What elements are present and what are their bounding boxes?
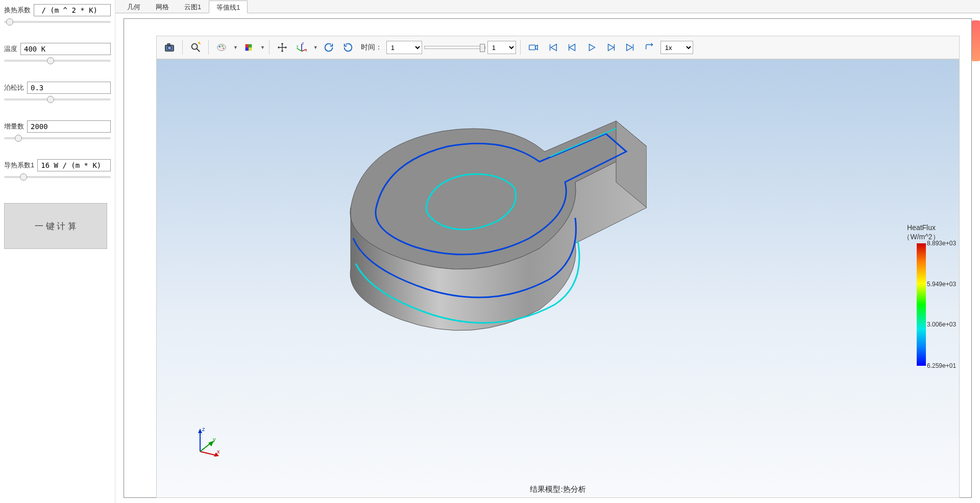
svg-text:x: x (305, 48, 307, 52)
move-icon[interactable] (274, 39, 291, 56)
legend-tick: 5.949e+03 (927, 281, 956, 288)
tab-3[interactable]: 等值线1 (209, 1, 248, 13)
skip-back-icon[interactable] (544, 39, 561, 56)
dropdown-arrow-icon[interactable]: ▼ (313, 45, 318, 50)
svg-line-31 (200, 451, 217, 456)
svg-line-4 (197, 49, 200, 52)
tab-2[interactable]: 云图1 (177, 0, 209, 13)
param-row: 导热系数1 (4, 159, 111, 181)
zoom-icon[interactable] (187, 39, 204, 56)
loop-icon[interactable] (641, 39, 658, 56)
svg-text:z: z (302, 42, 304, 45)
time-select[interactable]: 1 (386, 41, 422, 54)
step-forward-icon[interactable] (602, 39, 620, 56)
param-row: 温度 (4, 43, 111, 64)
speed-select[interactable]: 1x (660, 41, 693, 54)
legend-tick: 3.006e+03 (927, 321, 956, 328)
rotate-ccw-icon[interactable] (339, 39, 357, 56)
svg-rect-10 (249, 44, 252, 47)
model-caption: 结果模型:热分析 (157, 485, 959, 494)
dropdown-arrow-icon[interactable]: ▼ (233, 45, 238, 50)
svg-marker-30 (198, 429, 202, 433)
svg-point-3 (192, 44, 198, 49)
svg-point-5 (217, 44, 226, 51)
param-slider[interactable] (4, 96, 111, 103)
axis-gizmo: z x y (192, 426, 223, 457)
svg-marker-22 (569, 44, 575, 51)
svg-text:y: y (213, 436, 216, 442)
param-row: 泊松比 (4, 82, 111, 103)
param-slider[interactable] (4, 18, 111, 26)
color-legend: HeatFlux（W/m^2） 8.893e+035.949e+033.006e… (893, 223, 950, 366)
param-input[interactable] (34, 4, 111, 16)
param-input[interactable] (37, 159, 111, 171)
param-label: 导热系数1 (4, 161, 34, 170)
svg-marker-21 (551, 44, 556, 51)
param-slider[interactable] (4, 173, 111, 181)
svg-rect-12 (249, 47, 252, 51)
axes-icon[interactable]: zxy (293, 39, 310, 56)
scroll-indicator[interactable] (972, 20, 980, 61)
main-area: 几何网格云图1等值线1 ▼ ▼ (115, 0, 980, 503)
dropdown-arrow-icon[interactable]: ▼ (260, 45, 265, 50)
param-input[interactable] (27, 82, 111, 94)
svg-marker-28 (626, 44, 632, 51)
param-label: 泊松比 (4, 83, 24, 92)
param-input[interactable] (20, 43, 111, 55)
legend-tick: 8.893e+03 (927, 240, 956, 247)
param-slider[interactable] (4, 135, 111, 142)
svg-marker-24 (589, 44, 595, 51)
param-slider[interactable] (4, 57, 111, 64)
svg-text:x: x (217, 448, 220, 455)
svg-line-15 (297, 48, 302, 52)
param-input[interactable] (27, 120, 111, 133)
param-row: 增量数 (4, 120, 111, 142)
time-label: 时间： (359, 43, 384, 52)
svg-rect-11 (246, 47, 249, 51)
legend-tick: 6.259e+01 (927, 362, 956, 369)
param-row: 换热系数 (4, 4, 111, 26)
param-label: 增量数 (4, 122, 24, 131)
svg-rect-19 (529, 45, 535, 49)
svg-point-8 (223, 47, 225, 49)
tab-bar: 几何网格云图1等值线1 (115, 0, 980, 13)
viewport-toolbar: ▼ ▼ zxy ▼ 时间： 1 (156, 36, 960, 59)
svg-point-7 (222, 45, 224, 47)
camera-icon[interactable] (161, 39, 178, 56)
frame-select[interactable]: 1 (487, 41, 516, 54)
sidebar: 换热系数 温度 泊松比 增量数 (0, 0, 115, 503)
rotate-cw-icon[interactable] (320, 39, 337, 56)
play-icon[interactable] (583, 39, 600, 56)
svg-rect-2 (167, 44, 170, 46)
svg-point-1 (167, 46, 171, 49)
record-icon[interactable] (525, 39, 542, 56)
tab-1[interactable]: 网格 (148, 0, 177, 13)
svg-marker-25 (608, 44, 614, 51)
palette-icon[interactable] (213, 39, 230, 56)
model-3d (289, 85, 647, 350)
step-back-icon[interactable] (564, 39, 581, 56)
render-canvas[interactable]: z x y HeatFlux（W/m^2） 8.893e+035.949e+03… (156, 59, 960, 498)
svg-text:y: y (297, 44, 299, 48)
calculate-button[interactable]: 一 键 计 算 (4, 203, 107, 249)
param-label: 换热系数 (4, 6, 31, 15)
svg-rect-9 (246, 44, 249, 47)
tab-0[interactable]: 几何 (119, 0, 148, 13)
skip-forward-icon[interactable] (622, 39, 639, 56)
svg-point-6 (219, 45, 221, 47)
legend-title: HeatFlux（W/m^2） (893, 223, 950, 241)
param-label: 温度 (4, 44, 17, 54)
time-slider[interactable] (424, 46, 485, 49)
cube-icon[interactable] (240, 39, 257, 56)
svg-text:z: z (202, 426, 205, 432)
